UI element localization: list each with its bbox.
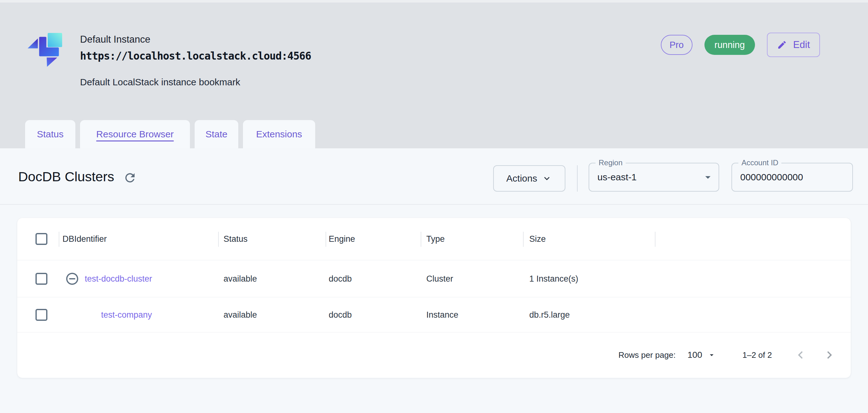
column-header-size[interactable]: Size — [529, 234, 546, 244]
chevron-right-icon — [822, 347, 837, 363]
column-header-type[interactable]: Type — [426, 234, 445, 244]
tab-bar: Status Resource Browser State Extensions — [25, 120, 315, 148]
tab-resource-browser-label: Resource Browser — [96, 129, 174, 140]
rows-per-page-value: 100 — [687, 350, 702, 360]
chevron-left-icon — [793, 347, 808, 363]
pro-badge[interactable]: Pro — [661, 35, 692, 55]
table-header-row: DBIdentifier Status Engine Type Size — [17, 218, 851, 260]
previous-page-button[interactable] — [793, 347, 808, 363]
tab-extensions[interactable]: Extensions — [243, 120, 315, 148]
header-controls: Pro running Edit — [661, 33, 820, 57]
row-cell-status: available — [223, 274, 257, 283]
column-header-status[interactable]: Status — [223, 234, 248, 244]
column-header-dbidentifier[interactable]: DBIdentifier — [62, 234, 107, 244]
pencil-icon — [777, 40, 787, 50]
next-page-button[interactable] — [822, 347, 837, 363]
refresh-icon — [123, 171, 137, 185]
tab-status[interactable]: Status — [25, 120, 75, 148]
rows-per-page-select[interactable]: 100 — [687, 350, 716, 360]
row-link-dbidentifier[interactable]: test-company — [101, 310, 152, 319]
row-checkbox[interactable] — [35, 273, 48, 285]
row-checkbox[interactable] — [35, 309, 48, 321]
docdb-table-card: DBIdentifier Status Engine Type Size tes… — [17, 218, 851, 378]
tab-state-label: State — [205, 129, 227, 140]
edit-button[interactable]: Edit — [767, 33, 820, 57]
table-row: test-docdb-cluster available docdb Clust… — [17, 260, 851, 297]
column-separator — [655, 232, 655, 247]
row-cell-engine: docdb — [329, 310, 352, 319]
row-cell-size: 1 Instance(s) — [529, 274, 578, 283]
row-cell-size: db.r5.large — [529, 310, 570, 319]
refresh-button[interactable] — [123, 171, 137, 185]
column-separator — [326, 232, 326, 247]
pagination-range: 1–2 of 2 — [742, 350, 772, 360]
top-strip — [0, 0, 868, 2]
row-cell-type: Cluster — [426, 274, 453, 283]
status-badge-label: running — [714, 40, 745, 50]
dropdown-arrow-icon — [702, 171, 714, 183]
chevron-down-icon — [541, 173, 552, 184]
resource-toolbar: DocDB Clusters Actions Region us-east-1 … — [0, 148, 868, 205]
region-select[interactable]: Region us-east-1 — [589, 163, 719, 192]
instance-url: https://localhost.localstack.cloud:4566 — [80, 50, 311, 62]
account-id-label: Account ID — [738, 158, 781, 167]
instance-subtitle: Default LocalStack instance bookmark — [80, 77, 311, 88]
column-header-engine[interactable]: Engine — [329, 234, 355, 244]
column-separator — [218, 232, 219, 247]
localstack-logo — [28, 31, 62, 68]
rows-per-page-label: Rows per page: — [618, 350, 676, 360]
actions-button-label: Actions — [506, 173, 537, 184]
account-id-field[interactable]: Account ID 000000000000 — [732, 163, 853, 192]
collapse-row-icon[interactable] — [65, 272, 80, 286]
dropdown-arrow-icon — [707, 351, 716, 359]
toolbar-divider — [577, 165, 578, 192]
select-all-checkbox[interactable] — [35, 233, 48, 245]
column-separator — [59, 232, 59, 247]
edit-button-label: Edit — [793, 39, 810, 50]
row-cell-status: available — [223, 310, 257, 319]
instance-title: Default Instance — [80, 34, 311, 45]
status-badge: running — [705, 35, 755, 55]
row-cell-type: Instance — [426, 310, 458, 319]
instance-header: Default Instance https://localhost.local… — [0, 2, 868, 148]
page-title: DocDB Clusters — [18, 169, 114, 184]
row-cell-engine: docdb — [329, 274, 352, 283]
tab-status-label: Status — [37, 129, 63, 140]
column-separator — [523, 232, 524, 247]
row-link-dbidentifier[interactable]: test-docdb-cluster — [85, 274, 152, 283]
region-label: Region — [595, 158, 626, 167]
pro-badge-label: Pro — [670, 40, 684, 50]
tab-state[interactable]: State — [195, 120, 238, 148]
region-value: us-east-1 — [597, 172, 637, 182]
tab-extensions-label: Extensions — [256, 129, 302, 140]
actions-button[interactable]: Actions — [493, 165, 565, 192]
column-separator — [421, 232, 421, 247]
table-row: test-company available docdb Instance db… — [17, 297, 851, 333]
account-id-value: 000000000000 — [740, 172, 803, 182]
tab-resource-browser[interactable]: Resource Browser — [80, 120, 190, 148]
table-pagination: Rows per page: 100 1–2 of 2 — [17, 333, 851, 378]
